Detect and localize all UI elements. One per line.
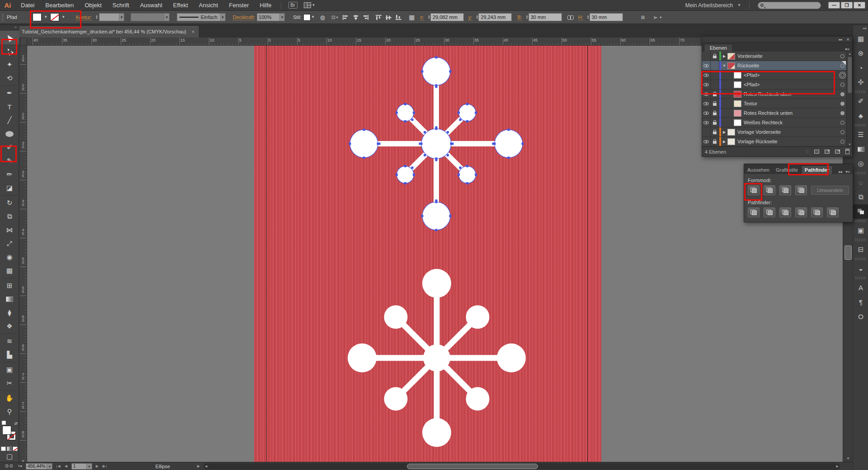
target-indicator[interactable] (837, 121, 847, 125)
dock-group-grip[interactable] (855, 172, 866, 174)
stroke-dropdown-arrow[interactable]: ▼ (61, 13, 66, 21)
layer-thumbnail[interactable] (734, 81, 741, 88)
blob-brush-tool[interactable]: ✏ (0, 168, 19, 181)
scale-tool[interactable]: ⧉ (0, 210, 19, 223)
target-indicator[interactable] (837, 130, 847, 134)
x-label[interactable]: x: (420, 14, 424, 20)
scroll-down-icon[interactable]: ▼ (848, 143, 851, 146)
width-label[interactable]: B: (517, 14, 522, 20)
new-sublayer-icon[interactable] (825, 150, 830, 154)
pathfinder-minus-back-button[interactable] (827, 207, 839, 217)
layers-panel-dragbar[interactable]: ◂◂ ✕ (702, 37, 852, 42)
dock-collapse-icon[interactable]: ◂◂ (853, 25, 868, 32)
layer-row-7[interactable]: Rotes Rechteck unten (702, 108, 852, 118)
opacity-select[interactable]: 100%▼ (257, 13, 285, 21)
visibility-toggle[interactable] (702, 108, 711, 118)
layer-name[interactable]: Rückseite (737, 63, 837, 68)
layer-thumbnail[interactable] (734, 72, 741, 79)
target-indicator[interactable] (837, 140, 847, 144)
layer-name[interactable]: Weißes Rechteck (744, 120, 837, 125)
pathfinder-crop-button[interactable] (795, 207, 807, 217)
appearance-icon[interactable]: ◌ (853, 175, 868, 190)
reference-point-icon[interactable]: ▦ (409, 14, 415, 21)
align-bottom-button[interactable] (396, 15, 401, 20)
dock-group-grip[interactable] (855, 220, 866, 222)
tab-grafikstile[interactable]: Grafikstile (773, 166, 801, 174)
width-tool[interactable]: ⋈ (0, 223, 19, 237)
paintbrush-tool[interactable]: ✐ (0, 141, 19, 154)
scroll-down-icon[interactable]: ▼ (843, 456, 853, 462)
pathfinder-outline-button[interactable] (811, 207, 823, 217)
expand-arrow-icon[interactable]: ▶ (721, 130, 727, 134)
symbol-sprayer-tool[interactable]: ≋ (0, 334, 19, 348)
dock-group-grip[interactable] (855, 258, 866, 260)
layer-row-8[interactable]: Weißes Rechteck (702, 118, 852, 127)
layer-thumbnail[interactable] (727, 53, 735, 60)
last-artboard-button[interactable]: ▶| (103, 464, 107, 468)
kuler-icon[interactable]: ✣ (853, 75, 868, 89)
select-similar-button[interactable]: ➢ ▼ (653, 14, 662, 21)
panel-menu-icon[interactable]: ▾≡ (845, 169, 850, 174)
first-artboard-button[interactable]: |◀ (56, 464, 61, 468)
hand-tool[interactable]: ✋ (0, 391, 19, 405)
align-right-button[interactable] (363, 15, 368, 20)
artboard-dropdown-arrow[interactable]: ▼ (87, 463, 92, 470)
stroke-weight-stepper[interactable]: ▲▼ (95, 15, 98, 19)
horizontal-scrollbar[interactable]: ◀ ▶ (203, 463, 840, 470)
perspective-grid-tool[interactable]: ▦ (0, 264, 19, 277)
ellipse-tool[interactable] (0, 127, 19, 141)
panel-close-icon[interactable]: ✕ (846, 38, 849, 42)
opacity-label[interactable]: Deckkraft: (233, 14, 255, 20)
workspace-switcher[interactable]: Mein Arbeitsbereich (685, 2, 733, 9)
layer-name[interactable]: Vorlage Rückseite (737, 139, 837, 144)
free-transform-tool[interactable]: ⤢ (0, 237, 19, 250)
magic-wand-tool[interactable]: ✦ (0, 58, 19, 71)
shape-mode-unite-button[interactable] (748, 185, 760, 195)
visibility-toggle[interactable] (702, 99, 711, 108)
layers-scrollbar-thumb[interactable] (848, 57, 852, 93)
stroke-icon[interactable]: ☰ (853, 127, 868, 142)
column-graph-tool[interactable]: ▙ (0, 348, 19, 362)
locate-object-icon[interactable] (806, 150, 809, 153)
transform-icon[interactable]: ▣ (853, 223, 868, 238)
clipping-mask-icon[interactable] (814, 150, 819, 154)
minimize-button[interactable]: — (828, 2, 840, 9)
dock-group-grip[interactable] (855, 239, 866, 241)
opentype-icon[interactable]: O (853, 309, 868, 324)
expand-arrow-icon[interactable]: ▶ (721, 54, 727, 58)
target-indicator[interactable] (837, 73, 847, 77)
toolbar-collapse-icon[interactable]: » (0, 25, 19, 31)
pathfinder-divide-button[interactable] (748, 207, 760, 217)
scroll-right-icon[interactable]: ▶ (836, 465, 839, 468)
visibility-toggle[interactable] (702, 127, 711, 136)
document-tab[interactable]: Tutorial_Geschenkanhaenger_drucken.ai* b… (17, 25, 199, 38)
drawing-mode-button[interactable]: ▢ (0, 451, 19, 462)
align-top-button[interactable] (376, 15, 382, 20)
selection-tool[interactable] (0, 31, 19, 44)
swap-fill-stroke-icon[interactable]: ⇄ (14, 421, 18, 426)
target-indicator[interactable] (837, 102, 847, 106)
layer-name[interactable]: <Pfad> (744, 72, 837, 78)
lock-toggle[interactable] (711, 108, 719, 118)
layers-scrollbar[interactable]: ▲▼ (846, 52, 852, 146)
export-icon[interactable]: ↪ (18, 463, 22, 469)
brushes-icon[interactable]: ✐ (853, 94, 868, 108)
visibility-toggle[interactable] (702, 118, 711, 127)
transparency-icon[interactable]: ◎ (853, 156, 868, 171)
next-artboard-button[interactable]: ▶ (96, 464, 99, 468)
layer-thumbnail[interactable] (727, 62, 735, 69)
eyedropper-tool[interactable]: ⧫ (0, 306, 19, 320)
transform-shortcut-icon[interactable]: ⧈ (641, 14, 645, 21)
visibility-toggle[interactable] (702, 61, 711, 70)
expand-arrow-icon[interactable]: ▼ (721, 64, 727, 68)
restore-button[interactable]: ❐ (841, 2, 853, 9)
lock-toggle[interactable] (711, 127, 719, 136)
pencil-tool[interactable]: ✎ (0, 154, 19, 168)
gradient-icon[interactable] (853, 142, 868, 156)
lock-toggle[interactable] (711, 118, 719, 127)
lock-toggle[interactable] (711, 137, 719, 146)
visibility-toggle[interactable] (702, 89, 711, 99)
gradient-tool[interactable] (0, 292, 19, 306)
close-button[interactable]: ✕ (854, 2, 865, 9)
lock-toggle[interactable] (711, 89, 719, 99)
